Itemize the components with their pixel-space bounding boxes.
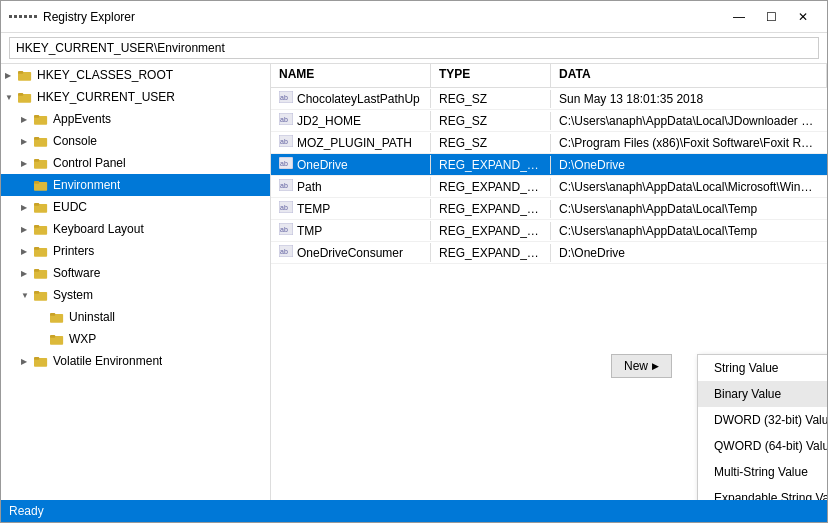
folder-icon-volatileenv [33, 353, 49, 369]
cell-name-0: abChocolateyLastPathUp [271, 89, 431, 108]
tree-item-eudc[interactable]: ▶ EUDC [1, 196, 270, 218]
folder-icon-console [33, 133, 49, 149]
svg-rect-5 [34, 115, 39, 118]
reg-icon: ab [279, 223, 293, 238]
main-window: Registry Explorer — ☐ ✕ ▶ HKEY_CLASSES_R… [0, 0, 828, 523]
svg-rect-21 [34, 291, 39, 294]
tree-arrow-software: ▶ [21, 269, 33, 278]
cell-type-0: REG_SZ [431, 90, 551, 108]
reg-icon: ab [279, 135, 293, 150]
table-row[interactable]: abPathREG_EXPAND_SZC:\Users\anaph\AppDat… [271, 176, 827, 198]
tree-arrow-printers: ▶ [21, 247, 33, 256]
app-icon [9, 15, 37, 18]
cell-data-6: C:\Users\anaph\AppData\Local\Temp [551, 222, 827, 240]
submenu-item-expandable-string[interactable]: Expandable String Value [698, 485, 827, 500]
tree-item-console[interactable]: ▶ Console [1, 130, 270, 152]
reg-icon: ab [279, 157, 293, 172]
address-bar [1, 33, 827, 64]
svg-text:ab: ab [280, 94, 288, 101]
cell-name-4: abPath [271, 177, 431, 196]
tree-item-controlpanel[interactable]: ▶ Control Panel [1, 152, 270, 174]
cell-name-7: abOneDriveConsumer [271, 243, 431, 262]
table-row[interactable]: abTMPREG_EXPAND_SZC:\Users\anaph\AppData… [271, 220, 827, 242]
maximize-button[interactable]: ☐ [755, 3, 787, 31]
reg-icon: ab [279, 245, 293, 260]
tree-item-software[interactable]: ▶ Software [1, 262, 270, 284]
window-title: Registry Explorer [43, 10, 135, 24]
tree-arrow-system: ▼ [21, 291, 33, 300]
submenu-item-string-value[interactable]: String Value [698, 355, 827, 381]
tree-arrow-keyboardlayout: ▶ [21, 225, 33, 234]
svg-rect-11 [34, 181, 39, 184]
cell-type-2: REG_SZ [431, 134, 551, 152]
tree-item-environment[interactable]: ▶ Environment [1, 174, 270, 196]
tree-arrow-eudc: ▶ [21, 203, 33, 212]
svg-rect-13 [34, 203, 39, 206]
tree-label-hkcr: HKEY_CLASSES_ROOT [37, 68, 173, 82]
folder-icon-printers [33, 243, 49, 259]
cell-type-6: REG_EXPAND_SZ [431, 222, 551, 240]
tree-label-software: Software [53, 266, 100, 280]
tree-item-hkcu[interactable]: ▼ HKEY_CURRENT_USER [1, 86, 270, 108]
title-bar: Registry Explorer — ☐ ✕ [1, 1, 827, 33]
table-row[interactable]: abOneDriveConsumerREG_EXPAND_SZD:\OneDri… [271, 242, 827, 264]
cell-data-2: C:\Program Files (x86)\Foxit Software\Fo… [551, 134, 827, 152]
tree-item-printers[interactable]: ▶ Printers [1, 240, 270, 262]
folder-icon-software [33, 265, 49, 281]
tree-item-volatileenv[interactable]: ▶ Volatile Environment [1, 350, 270, 372]
address-input[interactable] [9, 37, 819, 59]
svg-rect-25 [50, 335, 55, 338]
new-button[interactable]: New ▶ [611, 354, 672, 378]
submenu-item-multi-string[interactable]: Multi-String Value [698, 459, 827, 485]
tree-item-system[interactable]: ▼ System [1, 284, 270, 306]
tree-label-appevents: AppEvents [53, 112, 111, 126]
folder-icon-controlpanel [33, 155, 49, 171]
cell-type-5: REG_EXPAND_SZ [431, 200, 551, 218]
svg-text:ab: ab [280, 138, 288, 145]
col-header-type: TYPE [431, 64, 551, 87]
svg-text:ab: ab [280, 182, 288, 189]
submenu-item-dword-value[interactable]: DWORD (32-bit) Value [698, 407, 827, 433]
cell-type-1: REG_SZ [431, 112, 551, 130]
new-label: New [624, 359, 648, 373]
tree-item-keyboardlayout[interactable]: ▶ Keyboard Layout [1, 218, 270, 240]
tree-item-appevents[interactable]: ▶ AppEvents [1, 108, 270, 130]
submenu: String ValueBinary ValueDWORD (32-bit) V… [697, 354, 827, 500]
svg-rect-19 [34, 269, 39, 272]
svg-text:ab: ab [280, 204, 288, 211]
reg-icon: ab [279, 179, 293, 194]
minimize-button[interactable]: — [723, 3, 755, 31]
svg-text:ab: ab [280, 226, 288, 233]
submenu-item-qword-value[interactable]: QWORD (64-bit) Value [698, 433, 827, 459]
title-bar-left: Registry Explorer [9, 10, 135, 24]
folder-icon-uninstall [49, 309, 65, 325]
folder-icon-eudc [33, 199, 49, 215]
close-button[interactable]: ✕ [787, 3, 819, 31]
svg-text:ab: ab [280, 160, 288, 167]
cell-name-2: abMOZ_PLUGIN_PATH [271, 133, 431, 152]
svg-rect-27 [34, 357, 39, 360]
table-row[interactable]: abOneDriveREG_EXPAND_SZD:\OneDrive [271, 154, 827, 176]
folder-icon-appevents [33, 111, 49, 127]
tree-arrow-console: ▶ [21, 137, 33, 146]
tree-item-uninstall[interactable]: ▶ Uninstall [1, 306, 270, 328]
table-row[interactable]: abJD2_HOMEREG_SZC:\Users\anaph\AppData\L… [271, 110, 827, 132]
cell-name-5: abTEMP [271, 199, 431, 218]
table-row[interactable]: abMOZ_PLUGIN_PATHREG_SZC:\Program Files … [271, 132, 827, 154]
svg-text:ab: ab [280, 116, 288, 123]
tree-arrow-hkcr: ▶ [5, 71, 17, 80]
detail-panel: NAME TYPE DATA abChocolateyLastPathUpREG… [271, 64, 827, 500]
status-bar: Ready [1, 500, 827, 522]
submenu-item-binary-value[interactable]: Binary Value [698, 381, 827, 407]
folder-icon-wxp [49, 331, 65, 347]
col-header-name: NAME [271, 64, 431, 87]
cell-type-4: REG_EXPAND_SZ [431, 178, 551, 196]
status-text: Ready [9, 504, 44, 518]
tree-item-wxp[interactable]: ▶ WXP [1, 328, 270, 350]
tree-arrow-hkcu: ▼ [5, 93, 17, 102]
table-row[interactable]: abTEMPREG_EXPAND_SZC:\Users\anaph\AppDat… [271, 198, 827, 220]
table-row[interactable]: abChocolateyLastPathUpREG_SZSun May 13 1… [271, 88, 827, 110]
tree-item-hkcr[interactable]: ▶ HKEY_CLASSES_ROOT [1, 64, 270, 86]
cell-data-4: C:\Users\anaph\AppData\Local\Microsoft\W… [551, 178, 827, 196]
context-menu: New ▶ String ValueBinary ValueDWORD (32-… [611, 354, 672, 378]
